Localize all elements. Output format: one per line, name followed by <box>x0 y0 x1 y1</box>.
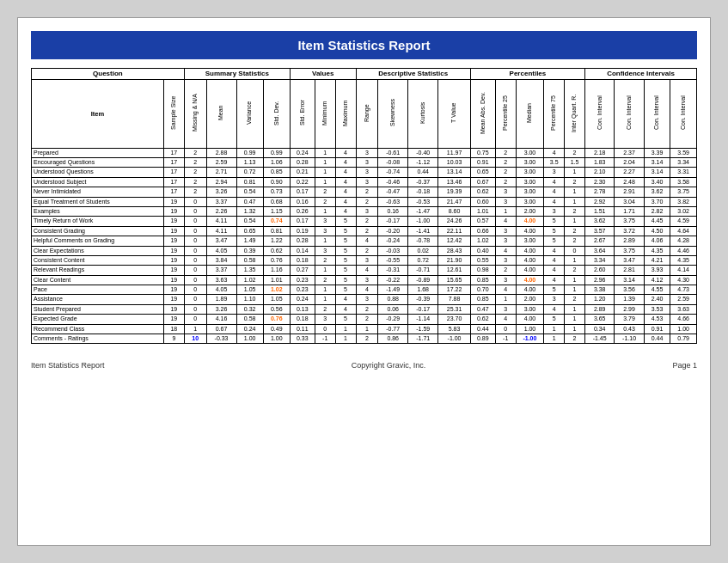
data-cell: -0.74 <box>378 168 408 177</box>
data-cell: 0.24 <box>236 324 263 334</box>
data-cell: 4 <box>356 266 378 275</box>
col-pct75: Percentile 75 <box>544 79 565 148</box>
data-cell: 0.98 <box>470 266 495 275</box>
data-cell: 0 <box>184 217 206 226</box>
data-cell: 0.86 <box>378 334 408 344</box>
data-cell: 2 <box>356 187 378 197</box>
data-cell: 3 <box>495 197 516 206</box>
col-iqr: Inter Quart. R. <box>565 79 585 148</box>
data-cell: 3 <box>315 217 335 226</box>
item-name-cell: Understood Subject <box>32 177 164 187</box>
data-cell: 0 <box>184 236 206 246</box>
data-cell: 4.35 <box>670 255 697 265</box>
data-cell: -0.33 <box>206 334 236 344</box>
data-cell: 3.00 <box>516 168 544 177</box>
data-cell: 2 <box>356 246 378 255</box>
data-cell: -0.71 <box>408 266 438 275</box>
data-cell: 2 <box>356 315 378 324</box>
data-cell: 0.76 <box>263 255 290 265</box>
data-cell: 3.00 <box>516 187 544 197</box>
data-cell: 0.62 <box>470 187 495 197</box>
data-cell: 0.88 <box>378 295 408 304</box>
data-cell: 0.74 <box>263 217 290 226</box>
data-cell: 0 <box>184 206 206 216</box>
data-cell: -1 <box>315 334 335 344</box>
statistics-table: Question Summary Statistics Values Descr… <box>31 68 697 344</box>
data-cell: 4 <box>495 217 516 226</box>
data-cell: 17.22 <box>438 285 471 295</box>
item-name-cell: Prepared <box>32 148 164 157</box>
col-con2: Con. Interval <box>615 79 644 148</box>
data-cell: 0 <box>184 304 206 314</box>
data-cell: -0.22 <box>378 275 408 285</box>
data-cell: 3.00 <box>516 148 544 157</box>
data-cell: 0.79 <box>670 334 697 344</box>
data-cell: 3.56 <box>615 285 644 295</box>
data-cell: 2 <box>495 177 516 187</box>
col-skewness: Skewness <box>378 79 408 148</box>
data-cell: 3.58 <box>670 177 697 187</box>
data-cell: 0.66 <box>470 226 495 236</box>
data-cell: 4 <box>544 266 565 275</box>
data-cell: 1.83 <box>585 157 615 167</box>
data-cell: 3 <box>315 315 335 324</box>
data-cell: 0.72 <box>236 168 263 177</box>
data-cell: 0.55 <box>470 255 495 265</box>
data-cell: 4.05 <box>206 285 236 295</box>
data-cell: -0.47 <box>378 187 408 197</box>
data-cell: -1.49 <box>378 285 408 295</box>
data-cell: 1.15 <box>263 206 290 216</box>
data-cell: 1 <box>315 285 335 295</box>
data-cell: 2 <box>495 266 516 275</box>
data-cell: -0.40 <box>408 148 438 157</box>
table-row: Comments - Ratings910-0.331.001.000.33-1… <box>32 334 697 344</box>
data-cell: 1 <box>315 295 335 304</box>
data-cell: 0.16 <box>378 206 408 216</box>
data-cell: 2 <box>565 295 585 304</box>
data-cell: 0 <box>184 275 206 285</box>
data-cell: 3.75 <box>615 217 644 226</box>
item-name-cell: Helpful Comments on Grading <box>32 236 164 246</box>
data-cell: -0.53 <box>408 197 438 206</box>
data-cell: 4.46 <box>670 246 697 255</box>
data-cell: -1.59 <box>408 324 438 334</box>
data-cell: 1.02 <box>263 285 290 295</box>
data-cell: 0.19 <box>290 226 315 236</box>
data-cell: 19 <box>163 255 184 265</box>
data-cell: 0.28 <box>290 157 315 167</box>
data-cell: 1 <box>565 197 585 206</box>
data-cell: 3.00 <box>516 157 544 167</box>
data-cell: 0.58 <box>236 255 263 265</box>
data-cell: 4.14 <box>670 266 697 275</box>
data-cell: 4.00 <box>516 255 544 265</box>
data-cell: 3 <box>315 226 335 236</box>
data-cell: 2 <box>184 187 206 197</box>
data-cell: 4.50 <box>644 226 670 236</box>
data-cell: 3.00 <box>516 304 544 314</box>
table-row: Consistent Grading1904.110.650.810.19352… <box>32 226 697 236</box>
data-cell: 0 <box>184 246 206 255</box>
data-cell: 3.62 <box>644 187 670 197</box>
data-cell: 3 <box>356 168 378 177</box>
data-cell: 3 <box>356 295 378 304</box>
data-cell: 1.51 <box>585 206 615 216</box>
data-cell: 3 <box>495 275 516 285</box>
data-cell: 1.02 <box>470 236 495 246</box>
data-cell: 4 <box>335 168 356 177</box>
data-cell: 1 <box>184 324 206 334</box>
data-cell: 1.02 <box>236 275 263 285</box>
data-cell: 0 <box>184 226 206 236</box>
data-cell: 3.64 <box>585 246 615 255</box>
data-cell: 0.16 <box>290 197 315 206</box>
data-cell: 5 <box>335 236 356 246</box>
footer-left: Item Statistics Report <box>31 361 105 370</box>
data-cell: 3 <box>356 255 378 265</box>
data-cell: 19.39 <box>438 187 471 197</box>
data-cell: 0.99 <box>236 148 263 157</box>
table-row: Prepared1722.880.990.990.24143-0.61-0.40… <box>32 148 697 157</box>
data-cell: 3 <box>356 206 378 216</box>
data-cell: 4 <box>335 197 356 206</box>
data-cell: 19 <box>163 226 184 236</box>
data-cell: 0.21 <box>290 168 315 177</box>
data-cell: 0.33 <box>290 334 315 344</box>
